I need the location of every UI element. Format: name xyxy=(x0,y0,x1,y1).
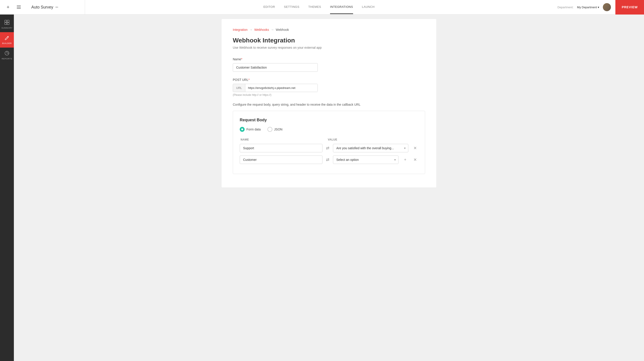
svg-rect-4 xyxy=(7,20,9,22)
row2-name-input[interactable] xyxy=(240,155,322,164)
page-subtitle: Use Webhook to receive survey responses … xyxy=(233,46,425,49)
url-prefix: URL xyxy=(233,84,245,92)
page-title: Webhook Integration xyxy=(233,37,425,44)
url-hint: (Please include http:// or https://) xyxy=(233,93,425,96)
row1-value-select[interactable]: Are you satisfied with the overall buyin… xyxy=(333,144,408,152)
svg-rect-2 xyxy=(17,8,21,9)
col-name-header: NAME xyxy=(240,138,323,141)
svg-rect-1 xyxy=(17,7,21,7)
url-required: * xyxy=(248,78,250,81)
request-body-title: Request Body xyxy=(240,118,418,122)
builder-label: BUILDER xyxy=(2,42,12,44)
top-nav: + Auto Survey ✏ EDITOR SETTINGS THEMES I… xyxy=(0,0,644,14)
svg-rect-6 xyxy=(7,22,9,24)
summary-label: SUMMARY xyxy=(1,27,12,29)
tab-launch[interactable]: LAUNCH xyxy=(362,0,374,14)
table-row: ⇄ Are you satisfied with the overall buy… xyxy=(240,144,418,152)
row1-delete-button[interactable]: ✕ xyxy=(412,145,418,151)
menu-button[interactable] xyxy=(15,3,22,11)
app-layout: SUMMARY BUILDER REPORTS xyxy=(0,14,644,361)
svg-rect-5 xyxy=(5,22,7,24)
row2-value-select[interactable]: Select an option xyxy=(333,155,398,164)
table-row: ⇄ Select an option ▾ + ✕ xyxy=(240,155,418,164)
breadcrumb-current: Webhook xyxy=(276,28,289,31)
config-text: Configure the request body, query string… xyxy=(233,103,425,106)
sidebar-item-reports[interactable]: REPORTS xyxy=(0,47,14,63)
arrow-icon-2: → xyxy=(271,28,274,31)
json-radio-circle xyxy=(268,127,272,132)
sidebar: SUMMARY BUILDER REPORTS xyxy=(0,14,14,361)
breadcrumb-integration[interactable]: Integration xyxy=(233,28,248,31)
tab-settings[interactable]: SETTINGS xyxy=(284,0,300,14)
survey-title-area: Auto Survey ✏ xyxy=(27,0,85,14)
form-data-label: Form data xyxy=(246,128,261,131)
reports-icon xyxy=(4,51,10,57)
request-body-card: Request Body Form data JSON NAME VALUE xyxy=(233,111,425,174)
tab-integrations[interactable]: INTEGRATIONS xyxy=(330,0,353,14)
svg-rect-3 xyxy=(5,20,7,22)
row2-value-wrapper: Select an option ▾ xyxy=(333,155,398,164)
swap-icon-1[interactable]: ⇄ xyxy=(326,146,330,151)
table-headers: NAME VALUE xyxy=(240,138,418,141)
tab-editor[interactable]: EDITOR xyxy=(264,0,275,14)
reports-label: REPORTS xyxy=(2,58,12,60)
name-input[interactable] xyxy=(233,63,318,72)
survey-title: Auto Survey xyxy=(31,5,53,9)
nav-right: Department: My Department ▾ xyxy=(553,3,616,11)
form-data-radio-circle xyxy=(240,127,245,132)
department-label: Department: xyxy=(558,5,574,9)
url-input-group: URL xyxy=(233,84,318,92)
col-value-header: VALUE xyxy=(328,138,337,141)
content-card: Integration → Webhooks → Webhook Webhook… xyxy=(222,19,436,187)
avatar xyxy=(603,3,611,11)
svg-rect-0 xyxy=(17,5,21,6)
row2-add-button[interactable]: + xyxy=(402,157,408,163)
main-content: Integration → Webhooks → Webhook Webhook… xyxy=(14,14,644,361)
json-radio[interactable]: JSON xyxy=(268,127,282,132)
swap-icon-2[interactable]: ⇄ xyxy=(326,157,330,162)
arrow-icon-1: → xyxy=(249,28,252,31)
name-label: Name* xyxy=(233,57,425,61)
row1-value-wrapper: Are you satisfied with the overall buyin… xyxy=(333,144,408,152)
edit-title-icon[interactable]: ✏ xyxy=(56,5,58,9)
builder-icon xyxy=(4,35,10,41)
url-form-group: POST URL* URL (Please include http:// or… xyxy=(233,78,425,96)
radio-group: Form data JSON xyxy=(240,127,418,132)
breadcrumb: Integration → Webhooks → Webhook xyxy=(233,28,425,31)
tab-themes[interactable]: THEMES xyxy=(308,0,321,14)
preview-button[interactable]: PREVIEW xyxy=(616,0,644,14)
add-button[interactable]: + xyxy=(4,3,12,11)
name-required: * xyxy=(241,57,242,61)
chevron-down-icon: ▾ xyxy=(598,5,599,9)
sidebar-item-summary[interactable]: SUMMARY xyxy=(0,17,14,32)
url-input[interactable] xyxy=(245,84,318,92)
nav-tabs: EDITOR SETTINGS THEMES INTEGRATIONS LAUN… xyxy=(85,0,553,14)
summary-icon xyxy=(4,20,10,26)
url-label: POST URL* xyxy=(233,78,425,81)
sidebar-item-builder[interactable]: BUILDER xyxy=(0,32,14,47)
row1-name-input[interactable] xyxy=(240,144,322,152)
json-label: JSON xyxy=(274,128,282,131)
name-form-group: Name* xyxy=(233,57,425,72)
form-data-radio[interactable]: Form data xyxy=(240,127,261,132)
department-select[interactable]: My Department ▾ xyxy=(577,5,600,9)
breadcrumb-webhooks[interactable]: Webhooks xyxy=(254,28,269,31)
row2-delete-button[interactable]: ✕ xyxy=(412,157,418,163)
